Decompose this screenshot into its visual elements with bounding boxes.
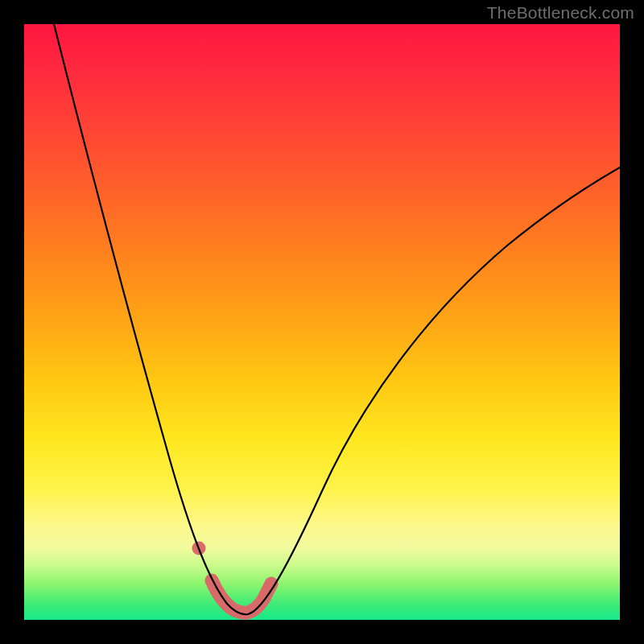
bottleneck-curve-svg [24, 24, 620, 620]
plot-area [24, 24, 620, 620]
bottleneck-curve [54, 24, 620, 614]
watermark-text: TheBottleneck.com [487, 3, 634, 23]
highlight-segment [212, 580, 271, 613]
chart-frame: TheBottleneck.com [0, 0, 644, 644]
